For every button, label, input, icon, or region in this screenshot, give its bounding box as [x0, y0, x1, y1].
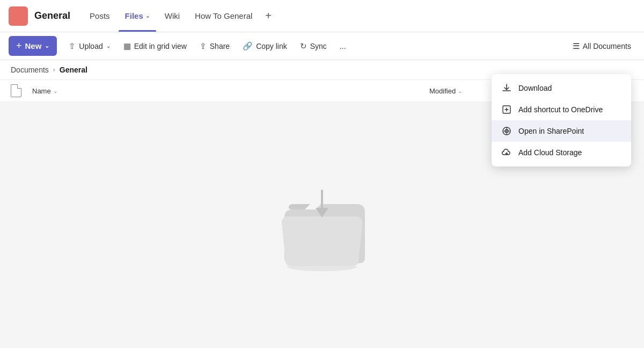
- tab-how-to-general[interactable]: How To General: [188, 0, 259, 32]
- all-documents-button[interactable]: ☰ All Documents: [568, 38, 635, 54]
- header: General Posts Files ⌄ Wiki How To Genera…: [0, 0, 644, 32]
- upload-chevron-icon: ⌄: [106, 43, 111, 49]
- dropdown-item-add-cloud[interactable]: Add Cloud Storage: [492, 142, 631, 163]
- link-icon: 🔗: [243, 41, 253, 51]
- toolbar: + New ⌄ ⇧ Upload ⌄ ▦ Edit in grid view ⇪…: [0, 32, 644, 60]
- tab-wiki[interactable]: Wiki: [158, 0, 186, 32]
- file-icon-col-header: [11, 84, 32, 97]
- upload-button[interactable]: ⇧ Upload ⌄: [63, 38, 115, 54]
- dropdown-menu: Download Add shortcut to OneDrive Open i…: [492, 74, 631, 166]
- add-tab-button[interactable]: +: [261, 10, 276, 22]
- tab-files[interactable]: Files ⌄: [119, 0, 156, 32]
- edit-grid-button[interactable]: ▦ Edit in grid view: [118, 38, 192, 54]
- list-icon: ☰: [573, 41, 580, 51]
- more-button[interactable]: ...: [334, 39, 352, 54]
- empty-folder-illustration: [268, 175, 376, 271]
- sharepoint-icon: [501, 126, 512, 136]
- name-sort-icon: ⌄: [53, 88, 57, 94]
- copy-link-button[interactable]: 🔗 Copy link: [237, 38, 292, 54]
- avatar: [9, 6, 28, 26]
- breadcrumb-separator: ›: [53, 66, 55, 74]
- download-icon: [501, 83, 512, 93]
- nav-tabs: Posts Files ⌄ Wiki How To General +: [83, 0, 276, 32]
- breadcrumb-documents[interactable]: Documents: [11, 66, 49, 74]
- files-tab-chevron: ⌄: [145, 13, 150, 19]
- new-plus-icon: +: [16, 40, 22, 52]
- grid-icon: ▦: [123, 41, 131, 51]
- new-button[interactable]: + New ⌄: [9, 36, 57, 56]
- name-column-header[interactable]: Name ⌄: [32, 87, 429, 95]
- shortcut-icon: [501, 104, 512, 115]
- breadcrumb-general: General: [60, 66, 87, 74]
- dropdown-item-open-sharepoint[interactable]: Open in SharePoint: [492, 120, 631, 142]
- dropdown-item-add-shortcut[interactable]: Add shortcut to OneDrive: [492, 99, 631, 120]
- channel-title: General: [34, 10, 70, 21]
- sync-button[interactable]: ↻ Sync: [295, 38, 332, 54]
- file-type-icon: [11, 84, 21, 97]
- sync-icon: ↻: [300, 41, 307, 51]
- share-icon: ⇪: [200, 41, 207, 51]
- modified-sort-icon: ⌄: [458, 88, 462, 94]
- upload-icon: ⇧: [69, 41, 76, 51]
- share-button[interactable]: ⇪ Share: [194, 38, 235, 54]
- tab-posts[interactable]: Posts: [83, 0, 116, 32]
- dropdown-item-download[interactable]: Download: [492, 77, 631, 99]
- new-chevron-icon: ⌄: [45, 42, 49, 49]
- cloud-plus-icon: [501, 147, 512, 158]
